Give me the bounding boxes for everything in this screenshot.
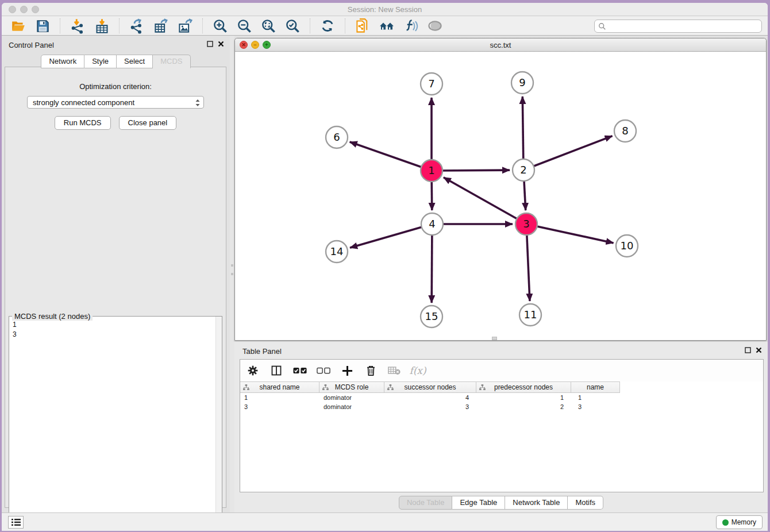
split-panel-icon[interactable] xyxy=(270,364,283,377)
control-panel: Control Panel NetworkStyleSelectMCDS Opt… xyxy=(2,36,230,512)
tab-node-table[interactable]: Node Table xyxy=(399,496,453,510)
graph-node-14[interactable]: 14 xyxy=(326,241,348,263)
column-header-name[interactable]: name xyxy=(571,382,620,392)
toolbar-separator xyxy=(310,18,310,33)
graph-edge-3-10[interactable] xyxy=(526,224,614,243)
search-field[interactable] xyxy=(594,20,762,33)
mcds-result-box: MCDS result (2 nodes) 1 3 xyxy=(9,316,222,531)
graph-edge-1-2[interactable] xyxy=(432,170,510,171)
cell-predecessor-nodes: 1 xyxy=(476,393,571,402)
svg-text:4: 4 xyxy=(429,218,435,230)
column-header-shared-name[interactable]: shared name xyxy=(240,382,319,392)
vertical-splitter[interactable] xyxy=(230,36,234,512)
network-window-title: scc.txt xyxy=(235,41,766,49)
new-network-from-selection-icon[interactable] xyxy=(355,18,371,34)
toolbar-separator xyxy=(345,18,345,33)
table-panel: Table Panel xyxy=(234,342,768,512)
list-icon xyxy=(11,518,21,526)
toolbar-separator xyxy=(119,18,120,33)
export-table-icon[interactable] xyxy=(153,18,169,34)
tab-network[interactable]: Network xyxy=(41,55,84,68)
graph-node-2[interactable]: 2 xyxy=(513,159,534,181)
export-network-icon[interactable] xyxy=(129,18,145,34)
graph-node-7[interactable]: 7 xyxy=(421,73,442,95)
save-session-icon[interactable] xyxy=(34,18,51,34)
close-table-panel-icon[interactable] xyxy=(756,347,762,353)
svg-text:8: 8 xyxy=(622,125,628,137)
first-neighbors-icon[interactable] xyxy=(379,18,395,34)
zoom-selected-icon[interactable] xyxy=(284,18,301,34)
tab-network-table[interactable]: Network Table xyxy=(505,496,568,510)
control-panel-title: Control Panel xyxy=(9,41,54,49)
zoom-fit-icon[interactable] xyxy=(260,18,276,34)
tab-style[interactable]: Style xyxy=(84,55,117,68)
graph-node-6[interactable]: 6 xyxy=(326,126,348,148)
table-panel-title: Table Panel xyxy=(242,347,282,356)
network-graph[interactable]: 1234678910111415 xyxy=(235,52,766,340)
memory-button[interactable]: Memory xyxy=(716,515,763,529)
task-history-button[interactable] xyxy=(8,516,24,529)
cell-name: 1 xyxy=(571,393,620,402)
gear-icon[interactable] xyxy=(246,364,260,377)
graph-node-1[interactable]: 1 xyxy=(421,160,442,182)
criterion-select[interactable]: strongly connected component xyxy=(27,96,204,109)
select-all-checkbox-icon[interactable] xyxy=(293,364,307,377)
graph-edge-4-14[interactable] xyxy=(350,224,432,248)
node-table: f(x) shared nameMCDS rolesuccessor nodes… xyxy=(240,359,764,492)
search-input[interactable] xyxy=(606,20,761,32)
float-table-panel-icon[interactable] xyxy=(745,347,751,353)
app-title: Session: New Session xyxy=(2,5,768,14)
select-chevrons-icon xyxy=(195,98,201,107)
table-row[interactable]: 3dominator323 xyxy=(240,402,763,411)
horizontal-splitter-grip[interactable] xyxy=(492,337,497,340)
tab-motifs[interactable]: Motifs xyxy=(568,496,603,510)
zoom-out-icon[interactable] xyxy=(236,18,252,34)
cell-shared-name: 3 xyxy=(240,402,319,411)
table-toolbar: f(x) xyxy=(240,360,763,381)
column-header-mcds-role[interactable]: MCDS role xyxy=(319,382,384,392)
zoom-in-icon[interactable] xyxy=(212,18,228,34)
network-view-window: ✕ − + scc.txt 1234678910111415 xyxy=(234,38,767,341)
delete-column-icon[interactable] xyxy=(364,364,378,377)
svg-text:14: 14 xyxy=(330,245,344,257)
memory-label: Memory xyxy=(732,518,756,526)
graph-edge-3-1[interactable] xyxy=(444,178,526,224)
graph-edge-2-8[interactable] xyxy=(523,136,613,170)
titlebar: Session: New Session xyxy=(2,3,768,16)
table-row[interactable]: 1dominator411 xyxy=(240,393,763,402)
tab-edge-table[interactable]: Edge Table xyxy=(452,496,505,510)
result-scrollbar[interactable] xyxy=(215,317,222,531)
column-header-predecessor-nodes[interactable]: predecessor nodes xyxy=(476,382,571,392)
tab-select[interactable]: Select xyxy=(117,55,153,68)
add-column-icon[interactable] xyxy=(340,364,354,377)
graph-node-4[interactable]: 4 xyxy=(421,213,443,235)
graph-node-15[interactable]: 15 xyxy=(421,306,442,327)
graph-node-10[interactable]: 10 xyxy=(616,235,638,257)
control-panel-tabs: NetworkStyleSelectMCDS xyxy=(2,55,230,68)
tab-mcds[interactable]: MCDS xyxy=(153,55,190,68)
cell-successor-nodes: 3 xyxy=(384,402,476,411)
graph-edge-1-6[interactable] xyxy=(350,142,432,171)
close-panel-icon[interactable] xyxy=(218,41,224,47)
float-panel-icon[interactable] xyxy=(207,41,213,47)
open-file-icon[interactable] xyxy=(10,18,26,34)
column-header-successor-nodes[interactable]: successor nodes xyxy=(384,382,476,392)
run-mcds-button[interactable]: Run MCDS xyxy=(55,116,111,130)
main-area: Control Panel NetworkStyleSelectMCDS Opt… xyxy=(2,36,768,512)
graph-node-9[interactable]: 9 xyxy=(511,72,533,94)
cell-predecessor-nodes: 2 xyxy=(476,402,571,411)
export-image-icon[interactable] xyxy=(177,18,193,34)
refresh-icon[interactable] xyxy=(319,18,336,34)
import-network-icon[interactable] xyxy=(70,18,86,34)
import-table-icon[interactable] xyxy=(94,18,110,34)
graph-edge-4-15[interactable] xyxy=(432,224,432,303)
graph-node-8[interactable]: 8 xyxy=(614,120,636,142)
mcds-result-text: 1 3 xyxy=(9,318,215,531)
graph-node-3[interactable]: 3 xyxy=(515,213,537,235)
hide-graphics-details-icon[interactable] xyxy=(403,18,419,34)
deselect-all-checkbox-icon[interactable] xyxy=(317,364,330,377)
show-hide-eye-icon[interactable] xyxy=(427,18,443,34)
memory-status-icon xyxy=(722,519,729,526)
close-panel-button[interactable]: Close panel xyxy=(119,116,177,130)
graph-node-11[interactable]: 11 xyxy=(519,304,541,326)
